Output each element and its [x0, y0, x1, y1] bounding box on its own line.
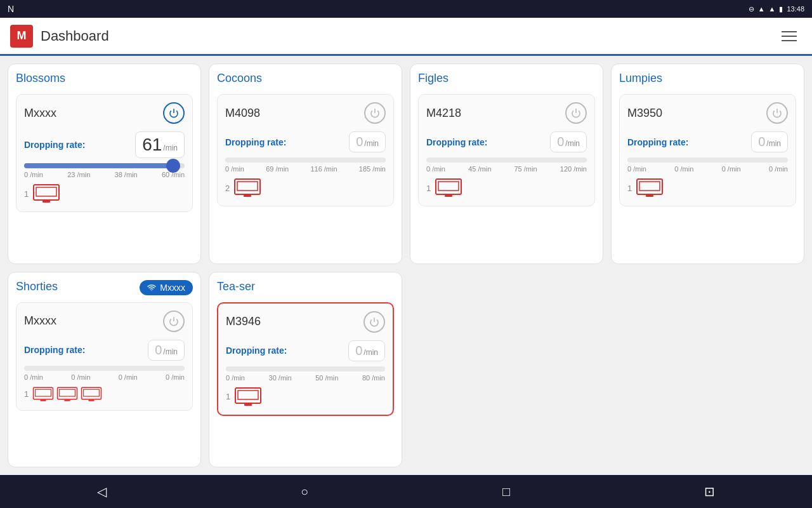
dropping-label: Dropping rate:	[225, 137, 286, 147]
rate-display: 0 /min	[348, 340, 385, 361]
monitor-icon	[636, 178, 664, 198]
rate-value: 0	[557, 135, 564, 149]
section-title-teaser: Tea-ser	[217, 280, 394, 296]
device-name: M3950	[627, 107, 662, 120]
rate-display: 0 /min	[148, 340, 185, 361]
menu-button[interactable]	[776, 26, 802, 46]
device-name: Mxxxx	[24, 314, 56, 328]
dropping-label: Dropping rate:	[426, 137, 487, 147]
monitors-row: 1	[24, 386, 185, 403]
section-lumpies: Lumpies M3950 Dropping rate: 0 /min	[611, 64, 804, 264]
device-name: M4098	[225, 107, 260, 120]
device-header: M4218	[426, 102, 587, 124]
rate-display: 0 /min	[550, 131, 587, 152]
rate-unit: /min	[163, 144, 178, 152]
dropping-label: Dropping rate:	[627, 137, 688, 147]
slider-labels: 0 /min 69 /min 116 /min 185 /min	[225, 165, 386, 173]
app-notification-icon: N	[8, 4, 14, 14]
slider-labels: 0 /min 23 /min 38 /min 60 /min	[24, 171, 185, 178]
monitors-row: 1	[24, 184, 185, 204]
monitors-row: 1	[226, 387, 385, 407]
hamburger-line	[782, 31, 797, 32]
rate-value: 61	[142, 135, 162, 155]
section-blossoms: Blossoms Mxxxx Dropping rate: 61 /min	[8, 64, 201, 264]
power-button[interactable]	[363, 311, 385, 333]
device-name: M4218	[426, 107, 461, 120]
dropping-rate-row: Dropping rate: 0 /min	[627, 131, 788, 152]
slider-track	[24, 163, 185, 168]
dropping-rate-row: Dropping rate: 0 /min	[24, 340, 185, 361]
monitor-group	[32, 386, 102, 403]
section-figles: Figles M4218 Dropping rate: 0 /min	[410, 64, 603, 264]
device-card-shorties-1: Mxxxx Dropping rate: 0 /min 0 /min 0	[16, 302, 193, 411]
dropping-label: Dropping rate:	[24, 140, 85, 150]
wifi-badge-icon	[147, 283, 156, 292]
recents-button[interactable]: □	[490, 479, 523, 504]
rate-value: 0	[355, 344, 362, 358]
slider-track-empty	[426, 157, 587, 163]
hamburger-line	[782, 36, 797, 37]
svg-rect-29	[238, 391, 258, 399]
monitor-icon	[234, 387, 262, 407]
svg-rect-20	[41, 399, 46, 401]
wifi-badge: Mxxxx	[140, 280, 193, 295]
top-bar: M Dashboard	[0, 18, 812, 56]
svg-rect-22	[60, 389, 75, 396]
status-bar-right: ⊖ ▲ ▲ ▮ 13:48	[749, 5, 804, 13]
section-teaser: Tea-ser M3946 Dropping rate: 0 /min	[209, 272, 402, 468]
device-card-cocoons-1: M4098 Dropping rate: 0 /min 0 /min 69	[217, 94, 394, 206]
back-button[interactable]: ◁	[84, 479, 119, 504]
svg-rect-19	[36, 389, 51, 396]
section-title-shorties: Shorties	[16, 280, 58, 296]
monitors-row: 2	[225, 178, 386, 198]
svg-rect-6	[237, 182, 258, 190]
empty-grid-cell-2	[611, 272, 804, 468]
screenshot-button[interactable]: ⊡	[691, 479, 728, 504]
svg-rect-25	[84, 389, 100, 396]
rate-unit: /min	[163, 347, 178, 356]
svg-rect-2	[36, 187, 56, 196]
svg-rect-7	[244, 195, 251, 197]
monitor-icon	[435, 178, 462, 198]
power-button[interactable]	[565, 102, 587, 124]
device-card-teaser-1: M3946 Dropping rate: 0 /min 0 /min 30	[217, 302, 394, 416]
time-display: 13:48	[787, 5, 804, 13]
wifi-badge-label: Mxxxx	[160, 283, 185, 293]
slider[interactable]: 0 /min 23 /min 38 /min 60 /min	[24, 163, 185, 178]
slider-thumb[interactable]	[166, 159, 180, 173]
slider-track-empty	[225, 157, 386, 163]
monitors-row: 1	[627, 178, 788, 198]
svg-rect-10	[438, 182, 459, 190]
rate-display: 0 /min	[751, 131, 788, 152]
device-header: M3946	[226, 311, 385, 333]
power-button[interactable]	[163, 102, 185, 124]
rate-value: 0	[758, 135, 765, 149]
monitor-icon-small	[32, 386, 54, 403]
slider-track-empty	[24, 366, 185, 371]
dropping-rate-row: Dropping rate: 61 /min	[24, 131, 185, 158]
app-logo: M	[10, 25, 33, 48]
device-header: Mxxxx	[24, 311, 185, 332]
status-bar-left: N	[8, 4, 14, 14]
svg-rect-26	[89, 399, 95, 401]
svg-rect-15	[646, 195, 653, 197]
home-button[interactable]: ○	[288, 479, 321, 504]
device-card-blossoms-1: Mxxxx Dropping rate: 61 /min	[16, 94, 193, 212]
section-shorties: Shorties Mxxxx Mxxxx	[8, 272, 201, 468]
power-button[interactable]	[364, 102, 386, 124]
svg-rect-14	[639, 182, 660, 190]
device-name: Mxxxx	[24, 107, 56, 120]
section-title-cocoons: Cocoons	[217, 72, 394, 88]
power-button[interactable]	[766, 102, 788, 124]
power-button[interactable]	[163, 311, 185, 332]
rate-value: 0	[155, 343, 162, 358]
svg-rect-30	[244, 404, 252, 406]
signal-icon: ▲	[769, 5, 776, 13]
section-header-shorties: Shorties Mxxxx	[16, 280, 193, 296]
dropping-rate-row: Dropping rate: 0 /min	[426, 131, 587, 152]
do-not-disturb-icon: ⊖	[749, 5, 754, 13]
rate-display: 0 /min	[349, 131, 386, 152]
rate-value: 0	[356, 135, 363, 149]
dropping-rate-row: Dropping rate: 0 /min	[226, 340, 385, 361]
device-header: Mxxxx	[24, 102, 185, 124]
